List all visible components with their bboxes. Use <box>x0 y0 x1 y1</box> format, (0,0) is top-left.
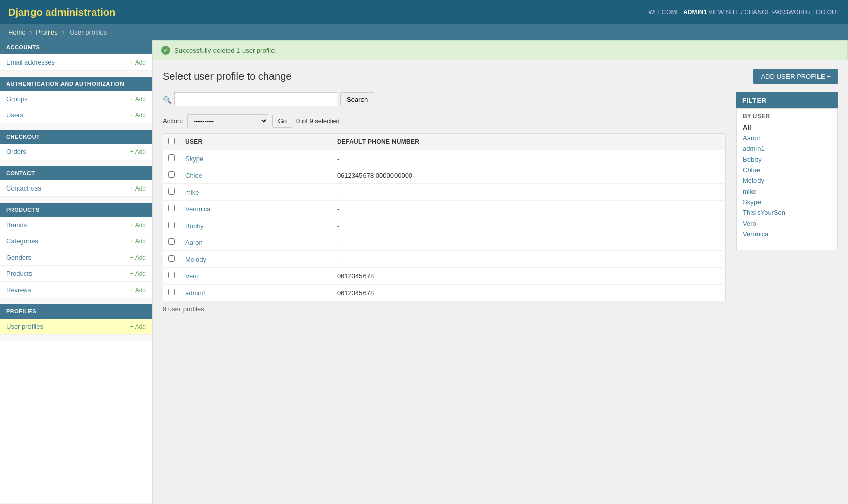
sidebar-link-orders[interactable]: Orders <box>6 148 26 155</box>
add-link-products[interactable]: + Add <box>130 270 146 277</box>
row-checkbox[interactable] <box>168 238 175 245</box>
filter-item-veronica[interactable]: Veronica <box>737 229 837 239</box>
sidebar-item-genders: Genders+ Add <box>0 249 152 266</box>
breadcrumb-current: User profiles <box>70 28 107 36</box>
sidebar-link-groups[interactable]: Groups <box>6 95 28 103</box>
view-site-link[interactable]: VIEW SITE <box>708 9 739 16</box>
action-go-button[interactable]: Go <box>272 115 292 128</box>
sidebar-section-accounts: ACCOUNTS <box>0 40 152 54</box>
user-link[interactable]: Melody <box>185 256 206 263</box>
filter-item--[interactable]: - <box>737 239 837 250</box>
sidebar-link-user-profiles[interactable]: User profiles <box>6 323 43 330</box>
add-link-user-profiles[interactable]: + Add <box>130 323 146 330</box>
change-password-link[interactable]: CHANGE PASSWORD <box>744 9 807 16</box>
add-link-categories[interactable]: + Add <box>130 238 146 245</box>
breadcrumb: Home › Profiles › User profiles <box>0 24 848 40</box>
breadcrumb-profiles[interactable]: Profiles <box>36 28 57 36</box>
filter-item-all[interactable]: All <box>737 122 837 133</box>
user-link[interactable]: Skype <box>185 155 203 163</box>
page-title-row: Select user profile to change ADD USER P… <box>163 69 838 84</box>
sidebar-item-reviews: Reviews+ Add <box>0 282 152 298</box>
filter-item-aaron[interactable]: Aaron <box>737 133 837 143</box>
breadcrumb-home[interactable]: Home <box>8 28 26 36</box>
selected-count: 0 of 9 selected <box>296 117 340 125</box>
filter-item-vero[interactable]: Vero <box>737 218 837 229</box>
user-link[interactable]: Veronica <box>185 205 211 213</box>
user-link[interactable]: mike <box>185 188 199 196</box>
filter-panel: FILTER By user AllAaronadmin1BobbyChloeM… <box>736 92 838 250</box>
site-title[interactable]: Django administration <box>8 7 115 18</box>
sidebar-link-users[interactable]: Users <box>6 111 23 119</box>
sidebar-item-email-addresses: Email addresses+ Add <box>0 54 152 71</box>
welcome-text: WELCOME, <box>648 9 681 16</box>
sidebar-item-user-profiles: User profiles+ Add <box>0 319 152 335</box>
phone-cell: - <box>332 150 726 167</box>
sidebar-section-authentication-and-authorization: AUTHENTICATION AND AUTHORIZATION <box>0 77 152 91</box>
search-input[interactable] <box>174 92 337 106</box>
filter-item-admin1[interactable]: admin1 <box>737 143 837 154</box>
success-text: Successfully deleted 1 user profile. <box>174 47 277 54</box>
table-row: Vero0612345678 <box>163 268 726 285</box>
sidebar-link-products[interactable]: Products <box>6 270 32 277</box>
user-link[interactable]: Bobby <box>185 222 204 230</box>
sidebar-section-contact: CONTACT <box>0 166 152 180</box>
select-all-checkbox[interactable] <box>168 138 175 144</box>
add-link-email-addresses[interactable]: + Add <box>130 59 146 66</box>
user-link[interactable]: Vero <box>185 272 199 280</box>
top-header: Django administration WELCOME, ADMIN1 VI… <box>0 0 848 24</box>
sidebar-link-genders[interactable]: Genders <box>6 254 32 261</box>
add-link-contact-uss[interactable]: + Add <box>130 185 146 192</box>
add-link-genders[interactable]: + Add <box>130 254 146 261</box>
add-link-users[interactable]: + Add <box>130 112 146 119</box>
table-row: Bobby- <box>163 217 726 234</box>
sidebar-section-checkout: CHECKOUT <box>0 130 152 144</box>
phone-cell: - <box>332 251 726 268</box>
sidebar-link-categories[interactable]: Categories <box>6 237 38 245</box>
table-row: Chloe0612345678 0000000000 <box>163 167 726 184</box>
row-checkbox[interactable] <box>168 205 175 211</box>
phone-cell: - <box>332 201 726 217</box>
table-row: Skype- <box>163 150 726 167</box>
add-user-profile-button[interactable]: ADD USER PROFILE + <box>753 69 838 84</box>
search-form: 🔍 Search <box>163 92 726 106</box>
add-link-brands[interactable]: + Add <box>130 222 146 229</box>
sidebar-link-contact-uss[interactable]: Contact uss <box>6 184 41 192</box>
sidebar-link-reviews[interactable]: Reviews <box>6 286 31 294</box>
phone-cell: - <box>332 184 726 201</box>
content-filter-row: 🔍 Search Action: --------- Go 0 of 9 sel… <box>163 92 838 317</box>
row-checkbox[interactable] <box>168 289 175 295</box>
row-checkbox[interactable] <box>168 222 175 228</box>
layout: ACCOUNTSEmail addresses+ AddAUTHENTICATI… <box>0 40 848 503</box>
user-link[interactable]: admin1 <box>185 289 207 297</box>
sidebar-link-brands[interactable]: Brands <box>6 221 27 229</box>
sidebar-item-categories: Categories+ Add <box>0 233 152 249</box>
action-select[interactable]: --------- <box>187 114 268 128</box>
filter-item-bobby[interactable]: Bobby <box>737 154 837 165</box>
table-row: mike- <box>163 184 726 201</box>
row-checkbox[interactable] <box>168 154 175 161</box>
user-link[interactable]: Chloe <box>185 172 202 179</box>
user-link[interactable]: Aaron <box>185 239 203 246</box>
filter-item-thisisyourson[interactable]: ThisIsYourSon <box>737 207 837 218</box>
filter-item-melody[interactable]: Melody <box>737 175 837 186</box>
filter-item-skype[interactable]: Skype <box>737 197 837 207</box>
sidebar-link-email-addresses[interactable]: Email addresses <box>6 58 55 66</box>
log-out-link[interactable]: LOG OUT <box>812 9 840 16</box>
search-button[interactable]: Search <box>340 92 374 106</box>
main-content: ✓ Successfully deleted 1 user profile. S… <box>153 40 848 503</box>
add-link-groups[interactable]: + Add <box>130 96 146 103</box>
row-checkbox[interactable] <box>168 272 175 278</box>
filter-item-mike[interactable]: mike <box>737 186 837 197</box>
action-bar: Action: --------- Go 0 of 9 selected <box>163 114 726 128</box>
add-link-reviews[interactable]: + Add <box>130 287 146 294</box>
row-checkbox[interactable] <box>168 171 175 178</box>
phone-cell: 0612345678 <box>332 285 726 301</box>
filter-item-chloe[interactable]: Chloe <box>737 165 837 175</box>
row-checkbox[interactable] <box>168 188 175 195</box>
sidebar-item-products: Products+ Add <box>0 266 152 282</box>
table-row: Veronica- <box>163 201 726 217</box>
row-checkbox[interactable] <box>168 255 175 262</box>
page-title: Select user profile to change <box>163 71 292 82</box>
sidebar-section-profiles: PROFILES <box>0 304 152 319</box>
add-link-orders[interactable]: + Add <box>130 148 146 155</box>
